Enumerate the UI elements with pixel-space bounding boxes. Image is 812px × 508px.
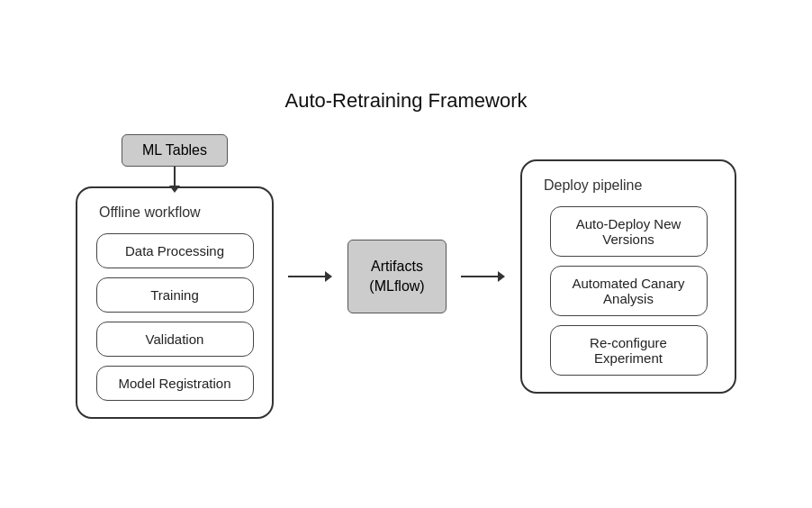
artifacts-line1: Artifacts bbox=[371, 259, 423, 274]
arrow-right-line-2 bbox=[461, 276, 499, 277]
offline-item-0: Data Processing bbox=[96, 233, 254, 268]
main-row: ML Tables Offline workflow Data Processi… bbox=[76, 134, 736, 419]
deploy-item-0: Auto-Deploy New Versions bbox=[550, 206, 708, 257]
offline-label: Offline workflow bbox=[95, 204, 201, 221]
ml-tables-box: ML Tables bbox=[122, 134, 228, 167]
offline-item-1: Training bbox=[96, 277, 254, 313]
arrow-to-deploy bbox=[461, 276, 506, 277]
deploy-box: Deploy pipeline Auto-Deploy New Versions… bbox=[520, 159, 736, 394]
offline-container: ML Tables Offline workflow Data Processi… bbox=[76, 134, 274, 419]
offline-item-3: Model Registration bbox=[96, 366, 254, 401]
diagram-wrapper: Auto-Retraining Framework ML Tables Offl… bbox=[19, 89, 793, 419]
offline-item-2: Validation bbox=[96, 322, 254, 357]
deploy-item-1: Automated Canary Analysis bbox=[550, 266, 708, 316]
arrow-right-line bbox=[288, 276, 326, 277]
offline-box: Offline workflow Data Processing Trainin… bbox=[76, 186, 274, 419]
artifacts-line2: (MLflow) bbox=[369, 278, 424, 294]
deploy-item-2: Re-configure Experiment bbox=[550, 325, 708, 376]
arrow-to-artifacts bbox=[288, 276, 333, 277]
artifacts-box: Artifacts (MLflow) bbox=[347, 240, 447, 314]
page-title: Auto-Retraining Framework bbox=[285, 89, 528, 113]
deploy-label: Deploy pipeline bbox=[540, 177, 642, 194]
ml-tables-arrow bbox=[174, 167, 176, 186]
